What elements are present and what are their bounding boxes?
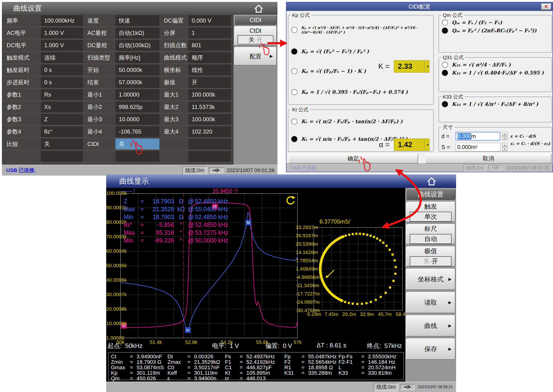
k33-formula-radio[interactable] [442, 101, 448, 107]
settings-value[interactable]: Z [41, 113, 84, 126]
settings-value[interactable]: 57.0000k [115, 77, 161, 89]
settings-value[interactable] [115, 150, 161, 163]
result-item: L=20.5724mH [338, 364, 401, 370]
scale-button[interactable]: 标尺 自动 [406, 224, 455, 245]
k-value-combo[interactable]: 2.33 [394, 60, 430, 73]
settings-statusbar: USB 已连接. 线缆:0m 2023/10/07 09:01:26 [2, 165, 277, 175]
q31-formula-radio[interactable] [442, 62, 448, 68]
legend-row: θz°=-5.856°@52.4850 kHz [124, 221, 235, 229]
settings-title: 曲线设置 [13, 4, 42, 13]
settings-value[interactable] [41, 150, 84, 163]
s-input[interactable]: 0.000m² [456, 143, 500, 151]
settings-value[interactable]: 100.000k [188, 89, 232, 101]
settings-value[interactable]: 连续 [41, 52, 84, 64]
settings-value[interactable]: 开 [188, 77, 232, 89]
cancel-button[interactable]: 取消 [425, 154, 552, 163]
ctdt-config-button[interactable]: 配置 ► [234, 47, 277, 65]
display-titlebar: 曲线显示 [106, 175, 456, 188]
home-icon[interactable] [254, 4, 264, 15]
settings-value[interactable]: 100.000kHz [41, 15, 84, 27]
qm-formula-radio[interactable] [442, 20, 448, 26]
settings-value[interactable]: 100.000k [188, 113, 232, 126]
settings-value[interactable]: 50.0000k [115, 64, 161, 77]
clock-dim: 2023/10/07 08:57:31 [504, 165, 550, 171]
result-item: Kp=301.119m [111, 370, 167, 375]
settings-label: CtDt [84, 138, 115, 150]
ctdt-toggle-button[interactable]: CtDt 关-开 [234, 26, 277, 46]
kp-formula-radio[interactable] [291, 27, 297, 33]
settings-value[interactable]: 自动(1kΩ) [115, 27, 161, 39]
circle-y-tick: -24.0997m [296, 299, 312, 305]
usb-icon [400, 384, 415, 390]
circle-y-tick: -4.96856m [296, 274, 312, 280]
settings-titlebar: 曲线设置 [2, 2, 277, 15]
settings-value[interactable]: Xs [41, 101, 84, 113]
menu-read[interactable]: 读取► [406, 292, 455, 313]
settings-value[interactable]: θz° [41, 126, 84, 138]
settings-label: 参数3 [3, 113, 41, 126]
settings-value[interactable]: 10.0000 [115, 113, 161, 126]
qm-formula-radio[interactable] [442, 28, 448, 34]
circle-x-tick: 32.9m [358, 311, 376, 317]
close-icon[interactable]: ✕ [541, 3, 551, 10]
settings-label: 曲线模式 [161, 52, 188, 64]
settings-value[interactable]: 1.000 V [41, 27, 84, 39]
home-icon[interactable] [426, 176, 437, 188]
extreme-button[interactable]: 极值 关-开 [406, 246, 455, 267]
settings-value[interactable]: 关 [115, 138, 161, 150]
settings-label: 参数1 [3, 89, 41, 101]
settings-value[interactable]: 1 [188, 27, 232, 39]
result-item: F1=52.4192kHz [225, 359, 284, 364]
settings-value[interactable]: 998.625p [115, 101, 161, 113]
d-spinner[interactable]: ▲▼ [502, 132, 507, 140]
settings-value[interactable]: 自动(100kΩ) [115, 39, 161, 52]
kp-formula-radio[interactable] [291, 49, 297, 55]
result-item: Fp=55.0487kHz [284, 354, 338, 359]
settings-value[interactable] [188, 138, 232, 150]
d-label: d = [441, 133, 454, 140]
legend-row: Max=21.3529kΩ@55.0400 kHz [124, 205, 235, 213]
settings-value[interactable]: Rs [41, 89, 84, 101]
refresh-cycle-icon[interactable] [285, 195, 296, 207]
settings-label: 结束 [84, 77, 115, 89]
settings-value[interactable]: 频率[Hz] [115, 52, 161, 64]
d-input[interactable]: 0.000m [456, 132, 500, 140]
s-spinner[interactable]: ▲▼ [502, 143, 507, 151]
q31-formula-radio[interactable] [442, 70, 448, 76]
kp-formula-radio[interactable] [291, 89, 297, 95]
ok-button[interactable]: 确定 [288, 154, 418, 163]
settings-value[interactable]: 顺序 [188, 52, 232, 64]
alpha-value-combo[interactable]: 1.42 [394, 139, 430, 151]
settings-value[interactable]: 0 s [41, 64, 84, 77]
menu-coordinate-format[interactable]: 坐标格式► [406, 269, 455, 290]
settings-value[interactable] [188, 150, 232, 163]
settings-value[interactable]: 快速 [115, 15, 161, 27]
kp-formula: Kₚ = 1 / √( 0.395 · Fₛ/(Fₚ−Fₛ) + 0.574 ) [301, 89, 408, 95]
trigger-button[interactable]: 触发 单次 [406, 202, 455, 222]
result-item: Qm=450.626 [111, 375, 167, 381]
settings-value[interactable]: 0.000 V [188, 15, 232, 27]
settings-value[interactable]: -106.765 [115, 126, 161, 138]
settings-label: DC偏置 [161, 15, 188, 27]
settings-value[interactable]: 线性 [188, 64, 232, 77]
settings-value[interactable]: 0 s [41, 77, 84, 89]
y-tick: 20.0008k [106, 306, 119, 312]
settings-label [84, 150, 115, 163]
kp-formula-radio[interactable] [291, 68, 297, 74]
settings-value[interactable]: 11.5373k [188, 101, 232, 113]
settings-value[interactable]: 102.320 [188, 126, 232, 138]
q31-legend: Q31 公式 [441, 54, 465, 61]
circle-y-tick: -17.7227m [296, 291, 312, 297]
dialog-statusbar: USB 已连接. 线缆:0m 2023/10/07 08:57:31 [287, 163, 553, 172]
menu-save[interactable]: 保存► [406, 338, 455, 360]
settings-value[interactable]: 关 [41, 138, 84, 150]
settings-value[interactable]: 1.00000 [115, 89, 161, 101]
sidebar-button-curve-settings[interactable]: 曲线设置 [406, 189, 455, 200]
settings-value[interactable]: 1.000 V [41, 39, 84, 52]
settings-value[interactable]: 801 [188, 39, 232, 52]
kt-formula-radio[interactable] [291, 136, 297, 142]
settings-label [3, 150, 41, 163]
ctdt-config-label: 配置 [250, 52, 262, 60]
menu-curve[interactable]: 曲线► [406, 315, 455, 336]
kt-formula-radio[interactable] [291, 119, 297, 125]
